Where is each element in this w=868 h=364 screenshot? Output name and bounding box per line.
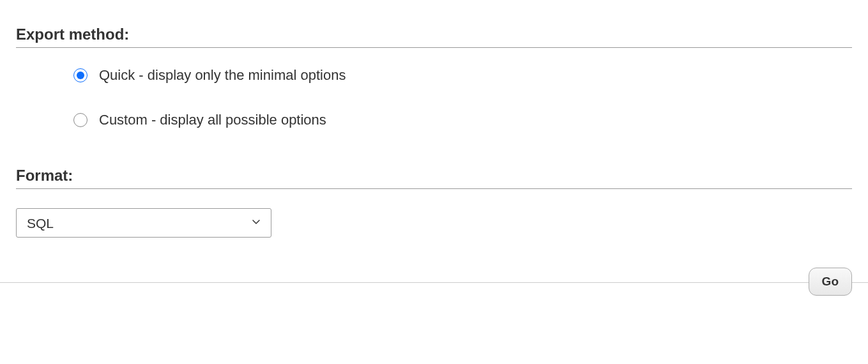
export-option-custom: Custom - display all possible options: [73, 112, 852, 128]
export-option-quick: Quick - display only the minimal options: [73, 67, 852, 84]
format-select-wrapper: SQL: [16, 208, 271, 238]
export-method-heading: Export method:: [16, 26, 852, 48]
export-label-custom[interactable]: Custom - display all possible options: [99, 112, 326, 128]
go-button[interactable]: Go: [809, 268, 852, 296]
export-method-radio-group: Quick - display only the minimal options…: [16, 48, 852, 148]
footer-bar: Go: [0, 282, 868, 305]
export-label-quick[interactable]: Quick - display only the minimal options: [99, 67, 346, 84]
export-radio-quick[interactable]: [73, 68, 88, 82]
format-select[interactable]: SQL: [16, 208, 271, 238]
format-heading: Format:: [16, 167, 852, 189]
export-radio-custom[interactable]: [73, 113, 88, 127]
